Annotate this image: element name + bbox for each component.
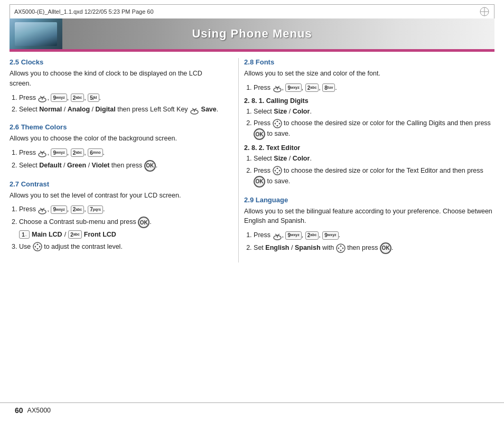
svg-marker-21 [36, 248, 39, 250]
svg-marker-37 [279, 170, 281, 172]
nav-key-contrast [33, 242, 42, 251]
calling-digits-steps: Select Size / Color. Press to choose th [244, 107, 494, 140]
key-8tuv: 8tuv [322, 83, 335, 92]
right-column: 2.8 Fonts Allows you to set the size and… [238, 58, 494, 262]
contrast-step-1: Press , 9wxyz, 2abc, 7pqrs. [19, 204, 222, 214]
soft-key-icon [38, 93, 47, 102]
section-contrast-title: 2.7 Contrast [10, 180, 222, 188]
key-9wxyz-4: 9wxyz [285, 83, 301, 92]
contrast-sublabel: 1_ Main LCD / 2abc Front LCD [19, 230, 116, 240]
footer: 60 AX5000 [0, 402, 504, 418]
language-step-2: Set English / Spanish with then press OK… [254, 242, 494, 254]
soft-key-contrast [38, 205, 47, 214]
svg-marker-43 [340, 245, 342, 247]
key-9wxyz-5: 9wxyz [285, 231, 301, 240]
ok-key-contrast: OK [138, 217, 150, 228]
svg-marker-34 [276, 167, 278, 169]
section-contrast-body: Allows you to set the level of contrast … [10, 191, 222, 201]
svg-marker-31 [274, 123, 276, 125]
section-clocks-steps: Press , 9wxyz, 2abc, 5jkl. Select Normal… [10, 93, 222, 115]
key-2abc-lcd: 2abc [68, 230, 82, 239]
section-contrast: 2.7 Contrast Allows you to set the level… [10, 180, 222, 252]
key-2abc-3: 2abc [71, 205, 85, 214]
soft-key-lang [273, 231, 282, 240]
nav-key-lang [336, 243, 346, 253]
key-9wxyz: 9wxyz [51, 93, 67, 102]
contrast-step-3: Use to adjust the contrast level. [19, 242, 222, 252]
language-step-1: Press , 9wxyz, 2abc, 9wxyz. [254, 230, 494, 240]
editor-step-1: Select Size / Color. [254, 154, 494, 164]
svg-marker-30 [276, 125, 278, 127]
soft-key-theme [38, 148, 47, 157]
key-6mno: 6mno [88, 148, 102, 157]
press-label: Press [19, 94, 38, 101]
text-editor-steps: Select Size / Color. Press to choose th [244, 154, 494, 187]
section-fonts: 2.8 Fonts Allows you to set the size and… [244, 58, 494, 187]
key-9wxyz-3: 9wxyz [51, 205, 67, 214]
ok-key-lang: OK [380, 242, 391, 254]
clocks-step-2: Select Normal / Analog / Digital then pr… [19, 105, 222, 115]
section-clocks-body: Allows you to choose the kind of clock t… [10, 69, 222, 89]
section-theme-colors: 2.6 Theme Colors Allows you to choose th… [10, 123, 222, 172]
left-column: 2.5 Clocks Allows you to choose the kind… [10, 58, 228, 262]
clocks-step-1: Press , 9wxyz, 2abc, 5jkl. [19, 93, 222, 103]
key-2abc-5: 2abc [305, 231, 319, 240]
section-language-steps: Press , 9wxyz, 2abc, 9wxyz. Set English … [244, 230, 494, 254]
subsection-text-editor-title: 2. 8. 2. Text Editor [244, 144, 494, 152]
key-2abc: 2abc [71, 93, 85, 102]
theme-step-2: Select Default / Green / Violet then pre… [19, 160, 222, 172]
section-fonts-steps: Press , 9wxyz, 2abc, 8tuv. [244, 83, 494, 93]
section-language-title: 2.9 Language [244, 196, 494, 204]
key-9wxyz-6: 9wxyz [322, 231, 338, 240]
section-contrast-steps: Press , 9wxyz, 2abc, 7pqrs. Choose a Con… [10, 204, 222, 251]
page-title: Using Phone Menus [10, 18, 494, 49]
section-clocks: 2.5 Clocks Allows you to choose the kind… [10, 58, 222, 115]
key-2abc-2: 2abc [71, 148, 85, 157]
key-7pqrs: 7pqrs [88, 205, 103, 214]
ok-key-theme: OK [144, 160, 156, 172]
section-theme-title: 2.6 Theme Colors [10, 123, 222, 131]
doc-header-text: AX5000-(E)_Alltel_1.1.qxd 12/22/05 5:23 … [14, 8, 154, 15]
subsection-calling-digits-title: 2. 8. 1. Calling Digits [244, 97, 494, 105]
section-language: 2.9 Language Allows you to set the bilin… [244, 196, 494, 254]
theme-step-1: Press , 9wxyz, 2abc, 6mno. [19, 148, 222, 158]
svg-marker-35 [276, 172, 278, 174]
svg-marker-45 [338, 247, 339, 249]
svg-marker-44 [340, 250, 342, 251]
doc-header: AX5000-(E)_Alltel_1.1.qxd 12/22/05 5:23 … [10, 4, 494, 18]
key-9wxyz-2: 9wxyz [51, 148, 67, 157]
calling-step-1: Select Size / Color. [254, 107, 494, 117]
contrast-step-2: Choose a Contrast sub-menu and press OK.… [19, 217, 222, 240]
ok-key-calling: OK [254, 128, 265, 140]
fonts-step-1: Press , 9wxyz, 2abc, 8tuv. [254, 83, 494, 93]
section-theme-body: Allows you to choose the color of the ba… [10, 134, 222, 144]
svg-marker-20 [36, 243, 39, 245]
section-clocks-title: 2.5 Clocks [10, 58, 222, 66]
section-theme-steps: Press , 9wxyz, 2abc, 6mno. Select Defaul… [10, 148, 222, 172]
soft-key-fonts [273, 83, 282, 92]
svg-marker-46 [342, 247, 344, 249]
key-1: 1_ [19, 230, 30, 239]
section-fonts-title: 2.8 Fonts [244, 58, 494, 66]
ok-key-editor: OK [254, 176, 265, 187]
soft-key-icon-2 [190, 105, 199, 115]
footer-page-number: 60 [15, 406, 23, 415]
svg-marker-23 [39, 246, 41, 248]
nav-key-editor [273, 166, 282, 175]
calling-step-2: Press to choose the desired size or colo… [254, 118, 494, 140]
page-header: Using Phone Menus [10, 18, 494, 49]
section-language-body: Allows you to set the bilingual feature … [244, 207, 494, 227]
svg-marker-29 [276, 120, 278, 122]
svg-marker-36 [274, 170, 276, 172]
svg-marker-22 [34, 246, 36, 248]
svg-marker-32 [279, 123, 281, 125]
section-fonts-body: Allows you to set the size and color of … [244, 69, 494, 79]
key-5jkl: 5jkl [88, 93, 99, 102]
main-content: 2.5 Clocks Allows you to choose the kind… [10, 52, 494, 262]
crosshair-icon [479, 6, 490, 17]
key-2abc-4: 2abc [305, 83, 319, 92]
footer-model: AX5000 [27, 407, 51, 414]
editor-step-2: Press to choose the desired size or colo… [254, 166, 494, 187]
nav-key-calling [273, 119, 282, 128]
